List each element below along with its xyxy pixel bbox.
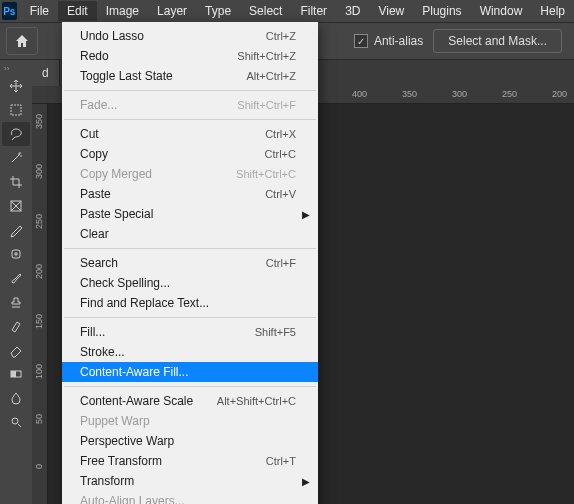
tool-crop[interactable] bbox=[2, 170, 30, 194]
menu-item-content-aware-scale[interactable]: Content-Aware ScaleAlt+Shift+Ctrl+C bbox=[62, 391, 318, 411]
menu-item-content-aware-fill[interactable]: Content-Aware Fill... bbox=[62, 362, 318, 382]
options-bar: ✓ Anti-alias Select and Mask... bbox=[354, 22, 562, 60]
crop-icon bbox=[8, 174, 24, 190]
submenu-arrow-icon: ▶ bbox=[302, 476, 310, 487]
tab-label: d bbox=[42, 66, 49, 80]
menu-3d[interactable]: 3D bbox=[336, 1, 369, 21]
menu-plugins[interactable]: Plugins bbox=[413, 1, 470, 21]
tool-stamp[interactable] bbox=[2, 290, 30, 314]
menu-filter[interactable]: Filter bbox=[291, 1, 336, 21]
menu-item-label: Cut bbox=[80, 127, 99, 141]
menu-edit[interactable]: Edit bbox=[58, 1, 97, 21]
ruler-tick: 350 bbox=[34, 114, 44, 129]
menu-separator bbox=[64, 119, 316, 120]
menu-item-label: Undo Lasso bbox=[80, 29, 144, 43]
heal-icon bbox=[8, 246, 24, 262]
menu-item-transform[interactable]: Transform▶ bbox=[62, 471, 318, 491]
menu-layer[interactable]: Layer bbox=[148, 1, 196, 21]
svg-rect-4 bbox=[11, 371, 16, 377]
tool-dodge[interactable] bbox=[2, 410, 30, 434]
menu-view[interactable]: View bbox=[369, 1, 413, 21]
ruler-tick: 200 bbox=[552, 89, 567, 99]
anti-alias-checkbox[interactable]: ✓ Anti-alias bbox=[354, 34, 423, 48]
menu-item-paste[interactable]: PasteCtrl+V bbox=[62, 184, 318, 204]
brush-icon bbox=[8, 270, 24, 286]
svg-rect-0 bbox=[11, 105, 21, 115]
tool-gradient[interactable] bbox=[2, 362, 30, 386]
menu-item-fill[interactable]: Fill...Shift+F5 bbox=[62, 322, 318, 342]
tool-eyedropper[interactable] bbox=[2, 218, 30, 242]
tool-history[interactable] bbox=[2, 314, 30, 338]
menu-item-label: Copy bbox=[80, 147, 108, 161]
tool-brush[interactable] bbox=[2, 266, 30, 290]
menu-item-label: Paste Special bbox=[80, 207, 153, 221]
menu-item-undo-lasso[interactable]: Undo LassoCtrl+Z bbox=[62, 26, 318, 46]
menu-type[interactable]: Type bbox=[196, 1, 240, 21]
tool-blur[interactable] bbox=[2, 386, 30, 410]
tool-marquee[interactable] bbox=[2, 98, 30, 122]
frame-icon bbox=[8, 198, 24, 214]
tool-heal[interactable] bbox=[2, 242, 30, 266]
menu-shortcut: Shift+Ctrl+C bbox=[236, 168, 296, 180]
menu-item-label: Fade... bbox=[80, 98, 117, 112]
menu-window[interactable]: Window bbox=[471, 1, 532, 21]
document-tab[interactable]: d bbox=[32, 60, 60, 86]
menu-item-paste-special[interactable]: Paste Special▶ bbox=[62, 204, 318, 224]
history-icon bbox=[8, 318, 24, 334]
menu-item-copy-merged: Copy MergedShift+Ctrl+C bbox=[62, 164, 318, 184]
menu-item-label: Redo bbox=[80, 49, 109, 63]
menu-item-puppet-warp: Puppet Warp bbox=[62, 411, 318, 431]
menu-item-search[interactable]: SearchCtrl+F bbox=[62, 253, 318, 273]
menu-item-cut[interactable]: CutCtrl+X bbox=[62, 124, 318, 144]
menu-item-find-and-replace-text[interactable]: Find and Replace Text... bbox=[62, 293, 318, 313]
tool-move[interactable] bbox=[2, 74, 30, 98]
edit-menu-dropdown: Undo LassoCtrl+ZRedoShift+Ctrl+ZToggle L… bbox=[62, 22, 318, 504]
menu-item-label: Copy Merged bbox=[80, 167, 152, 181]
menu-shortcut: Ctrl+T bbox=[266, 455, 296, 467]
expand-icon[interactable]: ›› bbox=[0, 64, 32, 72]
menu-item-clear[interactable]: Clear bbox=[62, 224, 318, 244]
menu-item-label: Puppet Warp bbox=[80, 414, 150, 428]
menubar: Ps FileEditImageLayerTypeSelectFilter3DV… bbox=[0, 0, 574, 22]
ruler-tick: 0 bbox=[34, 464, 44, 469]
ruler-tick: 150 bbox=[34, 314, 44, 329]
menu-file[interactable]: File bbox=[21, 1, 58, 21]
marquee-icon bbox=[8, 102, 24, 118]
select-and-mask-button[interactable]: Select and Mask... bbox=[433, 29, 562, 53]
tool-wand[interactable] bbox=[2, 146, 30, 170]
ruler-tick: 50 bbox=[34, 414, 44, 424]
menu-shortcut: Ctrl+Z bbox=[266, 30, 296, 42]
tool-lasso[interactable] bbox=[2, 122, 30, 146]
eyedropper-icon bbox=[8, 222, 24, 238]
tool-frame[interactable] bbox=[2, 194, 30, 218]
menu-shortcut: Ctrl+C bbox=[265, 148, 296, 160]
menu-item-label: Find and Replace Text... bbox=[80, 296, 209, 310]
anti-alias-label: Anti-alias bbox=[374, 34, 423, 48]
menu-item-redo[interactable]: RedoShift+Ctrl+Z bbox=[62, 46, 318, 66]
menu-item-stroke[interactable]: Stroke... bbox=[62, 342, 318, 362]
check-icon: ✓ bbox=[354, 34, 368, 48]
menu-item-perspective-warp[interactable]: Perspective Warp bbox=[62, 431, 318, 451]
menu-shortcut: Shift+Ctrl+F bbox=[237, 99, 296, 111]
home-button[interactable] bbox=[6, 27, 38, 55]
menu-item-label: Stroke... bbox=[80, 345, 125, 359]
menu-help[interactable]: Help bbox=[531, 1, 574, 21]
menu-item-copy[interactable]: CopyCtrl+C bbox=[62, 144, 318, 164]
menu-separator bbox=[64, 386, 316, 387]
home-icon bbox=[14, 34, 30, 48]
menu-item-label: Paste bbox=[80, 187, 111, 201]
menu-item-label: Check Spelling... bbox=[80, 276, 170, 290]
tool-eraser[interactable] bbox=[2, 338, 30, 362]
menu-shortcut: Alt+Ctrl+Z bbox=[246, 70, 296, 82]
menu-item-free-transform[interactable]: Free TransformCtrl+T bbox=[62, 451, 318, 471]
menu-item-toggle-last-state[interactable]: Toggle Last StateAlt+Ctrl+Z bbox=[62, 66, 318, 86]
ruler-tick: 400 bbox=[352, 89, 367, 99]
menu-item-label: Clear bbox=[80, 227, 109, 241]
menu-image[interactable]: Image bbox=[97, 1, 148, 21]
menu-shortcut: Ctrl+V bbox=[265, 188, 296, 200]
menu-item-label: Free Transform bbox=[80, 454, 162, 468]
ruler-tick: 300 bbox=[452, 89, 467, 99]
menu-select[interactable]: Select bbox=[240, 1, 291, 21]
menu-item-check-spelling[interactable]: Check Spelling... bbox=[62, 273, 318, 293]
ruler-tick: 200 bbox=[34, 264, 44, 279]
